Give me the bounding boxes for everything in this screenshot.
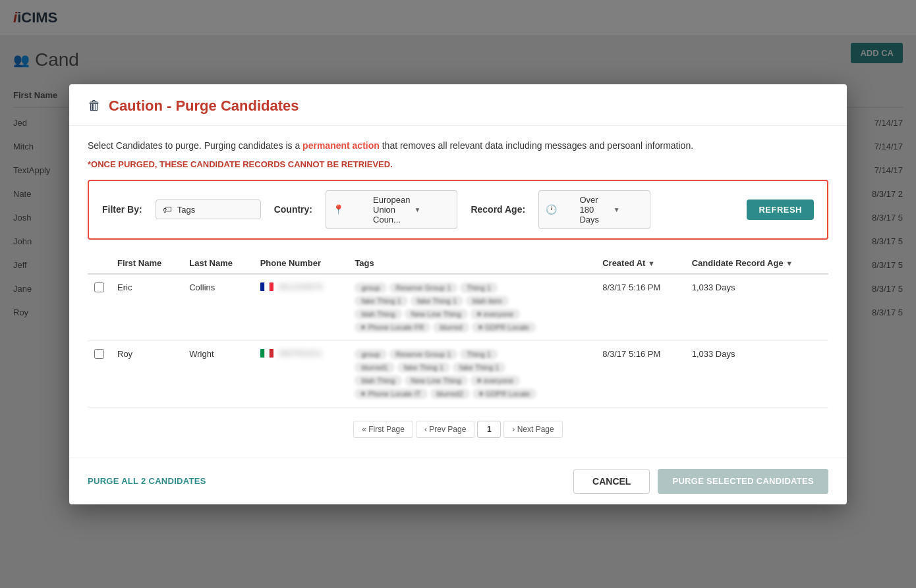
modal-title: Caution - Purge Candidates xyxy=(109,97,299,115)
tag-pill: group xyxy=(355,282,386,293)
chevron-down-icon: ▼ xyxy=(414,206,450,213)
tag-pill: Reserve Group 1 xyxy=(389,349,458,360)
tag-pill: fake Thing 1 xyxy=(411,296,463,306)
tag-pill: fake Thing 1 xyxy=(355,296,407,306)
warning-once-text: *ONCE PURGED, THESE CANDIDATE RECORDS CA… xyxy=(88,159,828,169)
tag-pill-icon: everyone xyxy=(471,375,520,386)
tag-pill: blah item xyxy=(466,296,509,306)
first-name-header: First Name xyxy=(111,253,183,274)
tag-pill: New Line Thing xyxy=(405,375,468,386)
current-page-number: 1 xyxy=(477,421,501,438)
cancel-button[interactable]: CANCEL xyxy=(573,469,650,494)
table-header: First Name Last Name Phone Number Tags C… xyxy=(88,253,828,274)
phone-blurred-text: 0612345678 xyxy=(279,282,323,292)
tag-pill-icon: Phone Locale FR xyxy=(355,322,430,333)
checkbox-header xyxy=(88,253,111,274)
row-checkbox-cell xyxy=(88,340,111,407)
prev-page-button[interactable]: ‹ Prev Page xyxy=(416,421,474,438)
italy-flag xyxy=(260,349,273,358)
tags-cell: group Reserve Group 1 Thing 1 blurred1 f… xyxy=(348,340,596,407)
location-icon: 📍 xyxy=(333,204,369,215)
tag-icon: 🏷 xyxy=(163,204,172,215)
last-name-header: Last Name xyxy=(183,253,253,274)
country-filter-select[interactable]: 📍 European Union Coun... ▼ xyxy=(326,190,457,229)
tag-pill-icon: Phone Locale IT xyxy=(355,388,427,399)
phone-header: Phone Number xyxy=(254,253,349,274)
tag-pill: Thing 1 xyxy=(460,349,498,360)
tag-pill: New Line Thing xyxy=(405,309,468,319)
chevron-down-icon-age: ▼ xyxy=(614,206,643,213)
table-row: Eric Collins 0612345678 xyxy=(88,274,828,341)
table-body: Eric Collins 0612345678 xyxy=(88,274,828,408)
first-name-cell: Roy xyxy=(111,340,183,407)
tags-cell: group Reserve Group 1 Thing 1 fake Thing… xyxy=(348,274,596,341)
warning-text: Select Candidates to purge. Purging cand… xyxy=(88,139,828,153)
footer-buttons: CANCEL PURGE SELECTED CANDIDATES xyxy=(573,469,828,494)
sort-icon-created: ▼ xyxy=(648,259,655,267)
clock-icon: 🕐 xyxy=(546,204,575,215)
tag-pill: fake Thing 1 xyxy=(453,362,505,373)
tag-pill-gdpr: GDPR Locale xyxy=(472,322,536,333)
last-name-cell: Wright xyxy=(183,340,253,407)
modal-footer: PURGE ALL 2 CANDIDATES CANCEL PURGE SELE… xyxy=(69,458,847,504)
tags-container: group Reserve Group 1 Thing 1 fake Thing… xyxy=(355,282,539,333)
modal-body: Select Candidates to purge. Purging cand… xyxy=(69,126,847,458)
purge-all-link[interactable]: PURGE ALL 2 CANDIDATES xyxy=(88,476,206,486)
sort-icon-age: ▼ xyxy=(786,259,793,267)
phone-cell: 0687654321 xyxy=(254,340,349,407)
tag-pill-icon: everyone xyxy=(471,309,520,319)
tag-pill: Thing 1 xyxy=(460,282,498,293)
pagination: « First Page ‹ Prev Page 1 › Next Page xyxy=(88,408,828,444)
created-at-header: Created At ▼ xyxy=(596,253,685,274)
refresh-button[interactable]: REFRESH xyxy=(747,200,814,220)
tags-container: group Reserve Group 1 Thing 1 blurred1 f… xyxy=(355,349,539,399)
created-at-cell: 8/3/17 5:16 PM xyxy=(596,274,685,341)
filter-by-label: Filter By: xyxy=(102,204,142,215)
tag-pill: Reserve Group 1 xyxy=(389,282,458,293)
table-row: Roy Wright 0687654321 xyxy=(88,340,828,407)
record-age-label: Record Age: xyxy=(471,204,525,215)
tag-pill: group xyxy=(355,349,386,360)
record-age-cell: 1,033 Days xyxy=(685,340,828,407)
row-checkbox-roy[interactable] xyxy=(94,349,104,359)
tag-pill: blah Thing xyxy=(355,375,401,386)
row-checkbox-eric[interactable] xyxy=(94,282,104,292)
tag-pill-gdpr: GDPR Locale xyxy=(472,388,536,399)
france-flag xyxy=(260,282,273,291)
modal-dialog: 🗑 Caution - Purge Candidates Select Cand… xyxy=(69,84,847,504)
modal-header: 🗑 Caution - Purge Candidates xyxy=(69,84,847,126)
tag-pill: blah Thing xyxy=(355,309,401,319)
tags-header: Tags xyxy=(348,253,596,274)
record-age-filter-select[interactable]: 🕐 Over 180 Days ▼ xyxy=(538,190,650,229)
created-at-cell: 8/3/17 5:16 PM xyxy=(596,340,685,407)
row-checkbox-cell xyxy=(88,274,111,341)
first-page-button[interactable]: « First Page xyxy=(353,421,413,438)
modal-overlay: 🗑 Caution - Purge Candidates Select Cand… xyxy=(0,0,916,588)
purge-selected-button[interactable]: PURGE SELECTED CANDIDATES xyxy=(658,469,828,494)
record-age-header: Candidate Record Age ▼ xyxy=(685,253,828,274)
candidates-table: First Name Last Name Phone Number Tags C… xyxy=(88,253,828,408)
record-age-cell: 1,033 Days xyxy=(685,274,828,341)
trash-icon: 🗑 xyxy=(88,98,101,113)
tag-pill: blurred2 xyxy=(430,388,470,399)
last-name-cell: Collins xyxy=(183,274,253,341)
tag-pill: fake Thing 1 xyxy=(397,362,450,373)
tags-filter-input[interactable]: 🏷 Tags xyxy=(156,200,261,219)
phone-cell: 0612345678 xyxy=(254,274,349,341)
tag-pill: blurred xyxy=(433,322,469,333)
first-name-cell: Eric xyxy=(111,274,183,341)
filter-box: Filter By: 🏷 Tags Country: 📍 European Un… xyxy=(88,180,828,240)
phone-blurred-text: 0687654321 xyxy=(279,349,323,358)
tag-pill: blurred1 xyxy=(355,362,394,373)
country-label: Country: xyxy=(274,204,312,215)
next-page-button[interactable]: › Next Page xyxy=(503,421,562,438)
